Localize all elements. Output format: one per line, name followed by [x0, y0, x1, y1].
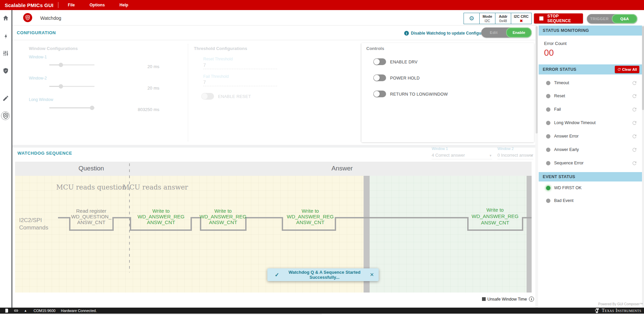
powered-by-label: Powered By GUI Composer™ [584, 302, 643, 306]
edit-enable-toggle[interactable]: Edit Enable [481, 28, 532, 38]
event-row-bad-event: Bad Event [539, 198, 642, 204]
sequence-header-band: Question Answer [15, 162, 532, 176]
return-to-longwindow-toggle[interactable] [373, 91, 386, 97]
refresh-icon[interactable] [632, 120, 637, 126]
status-monitoring-header: STATUS MONITORING [539, 25, 642, 36]
flash-icon[interactable] [2, 33, 9, 40]
error-row-answer-error: Answer Error [539, 133, 642, 140]
qa-option-selected[interactable]: Q&A [612, 14, 637, 23]
chevron-down-icon[interactable]: ▼ [530, 154, 533, 157]
mode-label: Mode [483, 14, 492, 19]
horizontal-scrollbar[interactable] [40, 314, 322, 315]
ti-logo-icon [595, 308, 600, 313]
check-icon: ✓ [275, 272, 279, 278]
unsafe-window-legend: Unsafe Window Time i [470, 297, 534, 302]
enable-option-selected[interactable]: Enable [506, 28, 532, 38]
long-window-slider-thumb[interactable] [90, 106, 94, 110]
stop-icon [539, 16, 543, 20]
mode-cell[interactable]: Mode I2C [479, 13, 495, 24]
ti-brand: Texas Instruments [595, 308, 641, 313]
watchdog-shield-icon[interactable] [2, 112, 9, 119]
tune-icon[interactable] [2, 50, 9, 57]
menu-file[interactable]: File [60, 3, 82, 7]
status-dot [546, 81, 550, 85]
chevron-down-icon[interactable]: ▼ [489, 154, 492, 157]
error-count-label: Error Count [544, 41, 567, 46]
log-icon[interactable] [4, 308, 9, 313]
enable-drv-label: ENABLE DRV [390, 60, 418, 64]
watchdog-logo-icon [23, 13, 32, 22]
window2-slider[interactable] [49, 86, 95, 87]
refresh-icon[interactable] [632, 107, 637, 112]
status-dot [546, 121, 550, 125]
trigger-option[interactable]: TRIGGER [587, 17, 612, 21]
device-settings-button[interactable]: ⚙ [464, 13, 479, 24]
long-window-slider-value: 803250 ms [129, 107, 159, 112]
long-window-slider-label: Long Window [29, 97, 53, 102]
info-icon: i [404, 31, 409, 36]
connection-link-icon[interactable] [13, 308, 19, 313]
toast-notification: ✓ Watchdog Q & A Sequence Started Succes… [267, 268, 379, 281]
clear-all-button[interactable]: Clear All [615, 66, 639, 73]
window2-dropdown[interactable]: 0 Incorrect answer [497, 153, 533, 158]
window1-slider-thumb[interactable] [59, 63, 63, 67]
config-divider-1 [188, 44, 188, 142]
write-answer-label: Write toWD_ANSWER_REGANSW_CNT [287, 208, 334, 225]
addr-cell[interactable]: Addr 0x48 [495, 13, 511, 24]
toast-message: Watchdog Q & A Sequence Started Successf… [284, 270, 365, 280]
write-answer-label: Write toWD_ANSWER_REGANSW_CNT [138, 208, 184, 225]
error-status-header: ERROR STATUS Clear All [539, 64, 642, 74]
status-dot [546, 94, 550, 98]
power-hold-toggle[interactable] [373, 74, 386, 81]
return-to-longwindow-label: RETURN TO LONGWINDOW [390, 92, 448, 97]
error-row-timeout: Timeout [539, 80, 642, 87]
info-icon[interactable]: i [529, 297, 534, 302]
window-config-title: Window Configurations [29, 46, 78, 51]
write-answer-label: Write toWD_ANSWER_REGANSW_CNT [200, 208, 247, 225]
error-row-long-window-timeout: Long Window Timeout [539, 120, 642, 126]
refresh-icon[interactable] [632, 160, 637, 166]
unsafe-window-label: Unsafe Window Time [487, 297, 527, 302]
reset-threshold-value[interactable]: 7 [203, 62, 206, 68]
trigger-qa-toggle[interactable]: TRIGGER Q&A [587, 14, 637, 23]
power-hold-label: POWER HOLD [390, 76, 420, 81]
edit-option[interactable]: Edit [481, 31, 506, 35]
window2-slider-thumb[interactable] [59, 84, 63, 89]
event-row-wd-first-ok: WD FIRST OK [539, 185, 642, 192]
menu-options[interactable]: Options [82, 3, 112, 7]
close-icon[interactable]: ✕ [370, 272, 374, 278]
enable-reset-toggle[interactable] [201, 93, 214, 100]
main-scrollbar[interactable] [535, 25, 538, 308]
hardware-status: Hardware Connected. [61, 309, 97, 313]
enable-drv-toggle[interactable] [373, 58, 386, 65]
question-answer-divider [129, 163, 130, 272]
gear-icon: ⚙ [469, 15, 474, 21]
refresh-icon[interactable] [632, 93, 637, 99]
threshold-config-title: Threshold Configurations [194, 46, 247, 51]
device-settings-group: ⚙ Mode I2C Addr 0x48 I2C CRC ✖ [464, 13, 532, 24]
addr-value: 0x48 [499, 19, 507, 23]
scalable-pmics-gui-app: Scalable PMICs GUI File Options Help Wat [0, 0, 644, 315]
config-divider-2 [361, 44, 361, 142]
fail-threshold-value[interactable]: 7 [203, 80, 206, 85]
shield-check-icon[interactable] [2, 67, 9, 74]
expand-caret-icon[interactable]: ▲ [23, 308, 28, 313]
refresh-icon[interactable] [632, 134, 637, 139]
com-port: COM15:9600 [34, 309, 55, 313]
long-window-slider[interactable] [49, 107, 95, 108]
answer-header: Answer [331, 165, 353, 172]
page-scrollbar[interactable] [642, 25, 644, 308]
stop-sequence-button[interactable]: STOP SEQUENCE [534, 13, 583, 23]
menu-help[interactable]: Help [112, 3, 136, 7]
window1-dropdown[interactable]: 4 Correct answer [432, 153, 465, 158]
refresh-icon[interactable] [632, 80, 637, 86]
refresh-icon[interactable] [632, 147, 637, 153]
window1-slider[interactable] [49, 64, 95, 65]
status-dot [546, 134, 550, 139]
home-icon[interactable] [2, 15, 9, 21]
window2-dropdown-label: Window 2 [497, 147, 514, 151]
i2c-crc-cell[interactable]: I2C CRC ✖ [511, 13, 531, 24]
error-row-sequence-error: Sequence Error [539, 160, 642, 167]
i2c-crc-label: I2C CRC [514, 14, 529, 19]
pencil-icon[interactable] [2, 95, 9, 102]
